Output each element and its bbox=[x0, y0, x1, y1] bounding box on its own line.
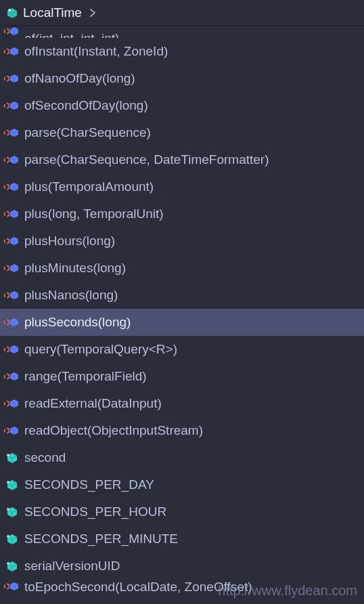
list-item[interactable]: plus(long, TemporalUnit) bbox=[0, 200, 364, 228]
class-icon bbox=[5, 6, 19, 20]
list-item[interactable]: of(int, int, int, int) bbox=[0, 26, 364, 38]
list-item[interactable]: parse(CharSequence) bbox=[0, 119, 364, 146]
svg-point-22 bbox=[5, 584, 9, 589]
svg-point-6 bbox=[5, 158, 9, 163]
list-item-label: query(TemporalQuery<R>) bbox=[24, 342, 177, 357]
method-icon bbox=[3, 316, 20, 329]
list-item-label: second bbox=[24, 450, 66, 465]
method-icon bbox=[3, 424, 20, 437]
list-item[interactable]: serialVersionUID bbox=[0, 553, 364, 580]
field-icon bbox=[3, 505, 20, 519]
method-icon bbox=[3, 45, 20, 58]
list-item[interactable]: plusMinutes(long) bbox=[0, 255, 364, 282]
list-item[interactable]: ofSecondOfDay(long) bbox=[0, 92, 364, 119]
list-item-label: SECONDS_PER_HOUR bbox=[24, 504, 166, 519]
svg-point-2 bbox=[5, 49, 9, 54]
list-item-label: parse(CharSequence, DateTimeFormatter) bbox=[24, 152, 269, 167]
method-icon bbox=[3, 126, 20, 139]
field-icon bbox=[3, 478, 20, 492]
method-icon bbox=[3, 343, 20, 356]
svg-point-16 bbox=[5, 429, 9, 433]
svg-point-19 bbox=[7, 508, 9, 511]
list-item-label: ofNanoOfDay(long) bbox=[24, 71, 135, 86]
list-item-label: readObject(ObjectInputStream) bbox=[24, 423, 203, 438]
method-icon bbox=[3, 26, 20, 38]
list-item-label: plusSeconds(long) bbox=[24, 315, 131, 330]
svg-point-21 bbox=[7, 562, 9, 565]
svg-point-12 bbox=[5, 320, 9, 325]
list-item-label: plusHours(long) bbox=[24, 234, 115, 249]
list-item[interactable]: ofInstant(Instant, ZoneId) bbox=[0, 38, 364, 65]
svg-point-11 bbox=[5, 293, 9, 298]
list-item-label: SECONDS_PER_MINUTE bbox=[24, 532, 178, 546]
chevron-right-icon bbox=[89, 8, 97, 18]
list-item[interactable]: readObject(ObjectInputStream) bbox=[0, 417, 364, 444]
method-icon bbox=[3, 180, 20, 194]
list-item-label: SECONDS_PER_DAY bbox=[24, 477, 154, 492]
list-item[interactable]: plusNanos(long) bbox=[0, 282, 364, 309]
svg-point-7 bbox=[5, 185, 9, 190]
list-item-label: plus(TemporalAmount) bbox=[24, 179, 154, 194]
list-item[interactable]: plusSeconds(long) bbox=[0, 309, 364, 336]
list-item-label: toEpochSecond(LocalDate, ZoneOffset) bbox=[24, 580, 252, 595]
list-item-label: plus(long, TemporalUnit) bbox=[24, 207, 164, 221]
field-icon bbox=[3, 532, 20, 546]
list-item-label: ofInstant(Instant, ZoneId) bbox=[24, 44, 168, 59]
list-item[interactable]: ofNanoOfDay(long) bbox=[0, 65, 364, 92]
method-icon bbox=[3, 288, 20, 302]
list-item-label: plusMinutes(long) bbox=[24, 261, 126, 276]
field-icon bbox=[3, 559, 20, 573]
method-icon bbox=[3, 580, 20, 593]
list-item-label: of(int, int, int, int) bbox=[24, 31, 119, 38]
svg-point-13 bbox=[5, 347, 9, 352]
method-icon bbox=[3, 261, 20, 275]
method-icon bbox=[3, 99, 20, 112]
member-list: of(int, int, int, int) ofInstant(Instant… bbox=[0, 26, 364, 601]
list-item[interactable]: readExternal(DataInput) bbox=[0, 390, 364, 417]
list-item[interactable]: SECONDS_PER_HOUR bbox=[0, 498, 364, 525]
method-icon bbox=[3, 397, 20, 410]
list-item-label: plusNanos(long) bbox=[24, 288, 118, 303]
list-item[interactable]: range(TemporalField) bbox=[0, 363, 364, 390]
list-item-label: parse(CharSequence) bbox=[24, 125, 151, 140]
svg-point-1 bbox=[5, 29, 9, 34]
method-icon bbox=[3, 153, 20, 167]
svg-point-14 bbox=[5, 374, 9, 379]
list-item[interactable]: parse(CharSequence, DateTimeFormatter) bbox=[0, 146, 364, 173]
list-item-label: range(TemporalField) bbox=[24, 369, 147, 384]
method-icon bbox=[3, 207, 20, 221]
list-item[interactable]: toEpochSecond(LocalDate, ZoneOffset) bbox=[0, 580, 364, 601]
field-icon bbox=[3, 451, 20, 465]
list-item-label: serialVersionUID bbox=[24, 559, 120, 574]
svg-point-17 bbox=[7, 454, 9, 456]
svg-point-3 bbox=[5, 77, 9, 81]
list-item-label: ofSecondOfDay(long) bbox=[24, 98, 148, 113]
list-item[interactable]: plusHours(long) bbox=[0, 228, 364, 255]
breadcrumb-header[interactable]: LocalTime bbox=[0, 0, 364, 26]
list-item[interactable]: query(TemporalQuery<R>) bbox=[0, 336, 364, 363]
svg-point-4 bbox=[5, 104, 9, 108]
method-icon bbox=[3, 72, 20, 85]
svg-point-5 bbox=[5, 131, 9, 135]
list-item-label: readExternal(DataInput) bbox=[24, 396, 162, 411]
svg-point-10 bbox=[5, 266, 9, 271]
list-item[interactable]: SECONDS_PER_DAY bbox=[0, 471, 364, 498]
svg-point-15 bbox=[5, 402, 9, 406]
method-icon bbox=[3, 234, 20, 248]
list-item[interactable]: plus(TemporalAmount) bbox=[0, 173, 364, 200]
svg-point-18 bbox=[7, 481, 9, 483]
svg-point-9 bbox=[5, 239, 9, 244]
svg-point-0 bbox=[8, 9, 11, 12]
list-item[interactable]: SECONDS_PER_MINUTE bbox=[0, 525, 364, 553]
svg-point-20 bbox=[7, 535, 9, 538]
method-icon bbox=[3, 370, 20, 383]
breadcrumb-title: LocalTime bbox=[23, 5, 82, 20]
svg-point-8 bbox=[5, 212, 9, 217]
list-item[interactable]: second bbox=[0, 444, 364, 471]
